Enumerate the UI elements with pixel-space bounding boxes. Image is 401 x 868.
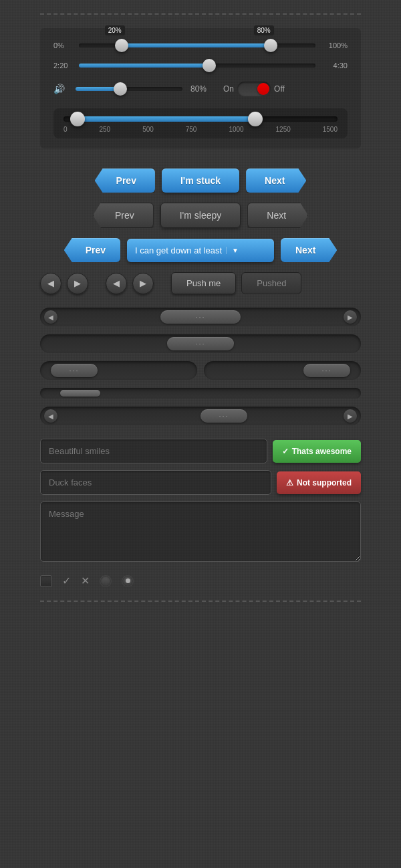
toggle-off-label: Off — [274, 84, 285, 94]
dropdown-text: I can get down at least — [135, 245, 222, 255]
slider1-track-container[interactable]: 20% 80% — [79, 41, 315, 49]
scrollbar-5[interactable]: ◀ ··· ▶ — [40, 407, 361, 425]
volume-icon: 🔊 — [53, 84, 65, 94]
checkbox[interactable] — [40, 575, 52, 587]
scrollbar-1-left-arrow[interactable]: ◀ — [44, 310, 57, 324]
button-row-4: ◀ ▶ ◀ ▶ Push me Pushed — [40, 272, 361, 294]
slider2-fill — [79, 64, 209, 68]
slider2-track — [79, 64, 315, 68]
scrollbar-thin-thumb[interactable] — [60, 390, 100, 397]
next-button-1[interactable]: Next — [246, 169, 306, 193]
beautiful-smiles-input[interactable] — [40, 439, 267, 463]
pushed-button[interactable]: Pushed — [241, 272, 301, 294]
slider1-badge-right: 80% — [254, 25, 274, 35]
range-label-750: 750 — [186, 126, 197, 133]
button-row-1: Prev I'm stuck Next — [40, 169, 361, 193]
range-label-250: 250 — [100, 126, 111, 133]
scrollbar-1-thumb[interactable]: ··· — [160, 310, 241, 324]
scrollbar-3-left-thumb[interactable]: ··· — [51, 364, 98, 377]
next-button-3[interactable]: Next — [281, 238, 337, 262]
nav-right-2[interactable]: ▶ — [132, 273, 154, 294]
nav-left-1[interactable]: ◀ — [40, 273, 61, 294]
form-section: ✓ Thats awesome ⚠ Not supported ✓ ✕ — [40, 439, 361, 587]
scrollbar-thin[interactable] — [40, 388, 361, 399]
scrollbar-5-left-arrow[interactable]: ◀ — [44, 409, 57, 423]
warning-icon: ⚠ — [286, 478, 293, 487]
scrollbar-3-right[interactable]: ··· — [204, 361, 361, 380]
big-range-labels: 0 250 500 750 1000 1250 1500 — [63, 126, 338, 133]
prev-button-2[interactable]: Prev — [93, 203, 154, 228]
scrollbar-3-left[interactable]: ··· — [40, 361, 197, 380]
radio-dot[interactable] — [122, 575, 134, 587]
thats-awesome-label: Thats awesome — [292, 447, 352, 456]
range-label-1500: 1500 — [323, 126, 338, 133]
big-range-slider: 0 250 500 750 1000 1250 1500 — [53, 108, 348, 138]
range-label-1250: 1250 — [276, 126, 291, 133]
scrollbar-5-track: ··· — [57, 407, 344, 425]
thats-awesome-button[interactable]: ✓ Thats awesome — [273, 440, 361, 463]
slider2-thumb[interactable] — [203, 59, 216, 72]
big-range-track[interactable] — [63, 116, 338, 122]
not-supported-label: Not supported — [297, 478, 352, 487]
slider1-fill — [122, 43, 271, 47]
range-slider-1: 0% 20% 80% 100% — [53, 41, 348, 49]
slider2-max-label: 4:30 — [321, 62, 348, 70]
message-textarea[interactable] — [40, 502, 361, 562]
slider1-thumb-left[interactable]: 20% — [115, 39, 128, 52]
next-button-2[interactable]: Next — [247, 203, 308, 228]
toggle-switch[interactable] — [237, 82, 271, 96]
sleepy-button[interactable]: I'm sleepy — [160, 203, 241, 228]
scrollbar-1-right-arrow[interactable]: ▶ — [344, 310, 357, 324]
range-slider-2: 2:20 4:30 — [53, 62, 348, 70]
volume-thumb[interactable] — [114, 82, 127, 96]
volume-slider-row: 🔊 80% On Off — [53, 82, 348, 96]
scrollbar-3-right-track: ··· — [208, 361, 357, 380]
x-icon[interactable]: ✕ — [81, 574, 90, 587]
volume-track — [76, 87, 182, 91]
toggle-on-label: On — [223, 84, 234, 94]
push-button[interactable]: Push me — [171, 272, 236, 294]
dropdown-button[interactable]: I can get down at least ▼ — [127, 239, 274, 262]
slider1-thumb-right[interactable]: 80% — [264, 39, 277, 52]
input-row-2: ⚠ Not supported — [40, 470, 361, 495]
prev-button-1[interactable]: Prev — [95, 169, 155, 193]
stuck-button[interactable]: I'm stuck — [162, 169, 239, 193]
slider2-track-container[interactable] — [79, 62, 315, 70]
scrollbar-3-right-thumb[interactable]: ··· — [303, 364, 350, 377]
nav-left-2[interactable]: ◀ — [106, 273, 127, 294]
scrollbar-5-right-arrow[interactable]: ▶ — [344, 409, 357, 423]
toggle-knob — [257, 83, 269, 95]
sliders-section: 0% 20% 80% 100% 2:20 4:30 🔊 — [40, 28, 361, 148]
not-supported-button[interactable]: ⚠ Not supported — [277, 471, 361, 494]
controls-row: ✓ ✕ — [40, 574, 361, 587]
checkmark-icon[interactable]: ✓ — [62, 574, 71, 587]
slider1-badge-left: 20% — [105, 25, 125, 35]
slider1-max-label: 100% — [321, 41, 348, 49]
radio-filled[interactable] — [100, 575, 112, 587]
range-label-1000: 1000 — [229, 126, 243, 133]
range-label-0: 0 — [63, 126, 68, 133]
nav-right-1[interactable]: ▶ — [67, 273, 88, 294]
prev-button-3[interactable]: Prev — [64, 238, 120, 262]
scrollbar-2[interactable]: ··· — [40, 334, 361, 353]
slider2-min-label: 2:20 — [53, 62, 74, 70]
big-range-thumb-right[interactable] — [248, 112, 263, 126]
dropdown-arrow-icon: ▼ — [226, 247, 239, 254]
scrollbar-5-thumb[interactable]: ··· — [200, 409, 247, 423]
button-row-3: Prev I can get down at least ▼ Next — [40, 238, 361, 262]
scrollbar-1[interactable]: ◀ ··· ▶ — [40, 308, 361, 326]
scrollbar-two-col: ··· ··· — [40, 361, 361, 380]
big-range-thumb-left[interactable] — [70, 112, 85, 126]
scrollbar-2-thumb[interactable]: ··· — [167, 337, 234, 350]
scrollbar-2-track: ··· — [44, 334, 357, 353]
volume-label: 80% — [190, 84, 207, 94]
scrollbars-section: ◀ ··· ▶ ··· ··· ··· ◀ ··· ▶ — [40, 308, 361, 425]
slider1-min-label: 0% — [53, 41, 74, 49]
range-label-500: 500 — [142, 126, 154, 133]
duck-faces-input[interactable] — [40, 470, 271, 495]
input-row-1: ✓ Thats awesome — [40, 439, 361, 463]
button-row-2: Prev I'm sleepy Next — [40, 203, 361, 228]
scrollbar-3-left-track: ··· — [44, 361, 193, 380]
volume-track-container[interactable] — [76, 85, 182, 93]
buttons-section: Prev I'm stuck Next Prev I'm sleepy Next… — [40, 169, 361, 294]
